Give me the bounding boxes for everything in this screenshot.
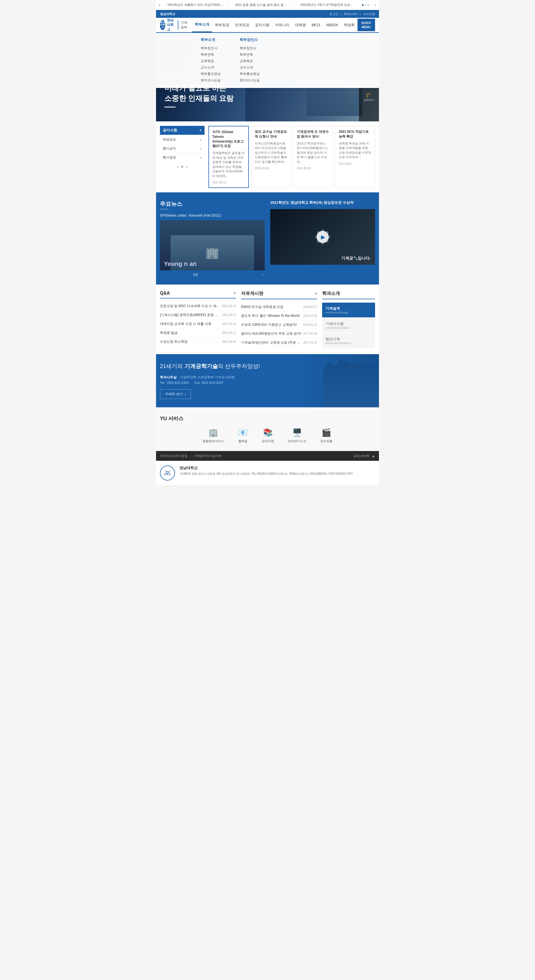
news-card-1-body: 국제협력팀은 글로벌 인재 육성 및 대학의 국제경쟁력 강화를 위하여 잠재력… [212, 151, 245, 178]
util-sitemap[interactable]: 사이트맵 [363, 12, 375, 16]
board-item-4[interactable]: 달마다 416,000원받으며 무료 교육 받자! 2017.05.30 [241, 329, 317, 338]
banner-item-2[interactable]: 2021 공동 융합 신기술 설계 캠프 및 ... [228, 3, 294, 7]
nav-item-grad[interactable]: 대학원 [292, 18, 309, 32]
qa-plus-btn[interactable]: + [233, 291, 236, 296]
qa-item-1-date: 2021.09.15 [222, 305, 236, 308]
qa-item-1[interactable]: 전문교양 및 MSC 타과과목 수강 시 제출서류 2021.09.15 [160, 302, 236, 311]
nav-item-major[interactable]: 학부전공 [212, 18, 232, 32]
qa-item-4-title: 학생증 발급 [160, 331, 220, 335]
banner-item-1[interactable]: 2021학년도 여름학기 (2차 개강)TOEIC.... [163, 3, 228, 7]
nav-item-community[interactable]: 커뮤니티 [272, 18, 292, 32]
footer-privacy[interactable]: 개인정보보처리방침 [160, 454, 187, 458]
news-page: 2/3 [193, 273, 198, 277]
dropdown-col1-item-1[interactable]: 학부장인사 [201, 45, 231, 51]
notice-jobs-plus[interactable]: + [200, 138, 202, 142]
service-mail[interactable]: 📧 웹메일 [238, 428, 248, 443]
video-player[interactable]: ⚙️ ▶ 기계공🔧입니다. [270, 209, 375, 265]
qa-item-2[interactable]: [기계시스템] 공학인증(ABEEK) 운영 중 공... 2021.09.14 [160, 311, 236, 320]
dropdown-col2-item-1[interactable]: 학부장인사 [240, 45, 270, 51]
dropdown-col2-item-6[interactable]: 찾아오시는길 [240, 77, 270, 84]
major-news-title: 주요뉴스 [160, 200, 265, 208]
service-lecture[interactable]: 📚 강의지원 [262, 428, 274, 443]
notice-events-plus[interactable]: + [200, 146, 202, 151]
service-disk[interactable]: 🖥️ 인터넷디스크 [288, 428, 306, 443]
footer-office-label: 학과사무실 [160, 375, 177, 380]
board-item-3[interactable]: 수당과 100%국비 지원받고 교육받자! 2019.02.12 [241, 320, 317, 329]
footer-blue-title-suffix: 의 선두주자양성! [218, 363, 260, 369]
portal-label: 강의포털 [320, 439, 332, 443]
dropdown-col1-item-5[interactable]: 학부홍보영상 [201, 71, 231, 77]
nav-item-bk21[interactable]: BK21 [309, 18, 323, 32]
school-tab-advanced[interactable]: 첨단기계 advanced machinery [322, 333, 375, 348]
board-item-1-date: 2019.09.17 [303, 305, 317, 309]
dropdown-col2-item-4[interactable]: 교수소개 [240, 64, 270, 71]
board-item-5[interactable]: 기계설계/생산관리 교육생 모집 (무료 교육.... 2017.03.13 [241, 338, 317, 347]
hero-title-line2: 소중한 인재들의 요람 [164, 93, 233, 103]
notice-tab-add-btn[interactable]: + [199, 128, 202, 133]
dropdown-col1-item-3[interactable]: 교육목표 [201, 58, 231, 64]
school-tab-design-sub: mechanical design [326, 311, 372, 314]
service-info[interactable]: 🏢 종합정보서비스 [203, 428, 224, 443]
dropdown-col2-item-5[interactable]: 학부홍보영상 [240, 71, 270, 77]
service-portal[interactable]: 🎬 강의포털 [320, 428, 332, 443]
logo-dept: 기계공부 [178, 20, 187, 30]
news-card-2[interactable]: 정모 교수님 기계공과제 신청시 안내 지역신진대학원생지원에서 비교과프로그램… [251, 126, 291, 188]
qa-item-4[interactable]: 학생증 발급 2021.09.11 [160, 329, 236, 337]
util-english[interactable]: ENGLISH [344, 12, 357, 16]
header-logo[interactable]: 영남대학교 영남대학교 기계공부 [160, 18, 187, 32]
news-expand-btn[interactable]: + [262, 272, 265, 277]
notice-next-btn[interactable]: › [186, 165, 187, 169]
news-prev-btn[interactable]: ← [160, 272, 164, 277]
footer-email-reject[interactable]: 이메일무단수집거부 [194, 454, 222, 458]
school-tab-system[interactable]: 기계시스템 mechanical system [322, 318, 375, 333]
prev-banner-btn[interactable]: ‹ [156, 3, 163, 8]
banner-dot-2[interactable] [365, 4, 366, 6]
next-banner-btn[interactable]: › [372, 3, 379, 8]
news-card-1[interactable]: 'GTS' (Global Talents Scholarship) 프로그램(… [208, 126, 249, 188]
banner-item-3[interactable]: 2021학년도 2학기 ICT학점연계 프로... [294, 3, 359, 7]
campus-arrow[interactable]: ▲ [372, 454, 375, 458]
board-item-1[interactable]: EMAS 연구실 대학원생 모집 2019.09.17 [241, 302, 317, 312]
quick-menu-button[interactable]: QUICK MENU [358, 19, 375, 31]
lecture-label: 강의지원 [262, 439, 274, 443]
news-next-btn[interactable]: → [227, 272, 231, 277]
nav-item-abeek[interactable]: ABEEK [323, 18, 341, 32]
footer-blue-title-bold: 기계공학기술 [184, 363, 218, 369]
qa-item-5[interactable]: 수강신청 최소학점 2021.09.09 [160, 337, 236, 346]
video-play-button[interactable]: ▶ [316, 231, 329, 243]
banner-dot-3[interactable] [367, 4, 369, 6]
quick-sidebar-admission[interactable]: 🎓 입학안내 [359, 88, 379, 105]
notice-schedule-plus[interactable]: + [200, 155, 202, 160]
nav-item-liaison[interactable]: 연계전공 [232, 18, 252, 32]
nav-item-notice[interactable]: 공지사항 [252, 18, 272, 32]
footer-detail-btn[interactable]: 자세히 보기 › [160, 389, 191, 399]
banner-dot-1[interactable] [362, 4, 364, 6]
yu-services-title: YU 서비스 [160, 415, 375, 422]
board-item-2[interactable]: 윈도우 투더 월드 'Window To the World' 2019.07.… [241, 312, 317, 320]
dropdown-col1-item-4[interactable]: 교수소개 [201, 64, 231, 71]
dropdown-col1-header: 학부소개 [201, 37, 231, 42]
notice-tab-events[interactable]: 행사공지 + [160, 144, 204, 153]
news-article-title: SPSNews Letter, Volume8 (Fall 2021) [160, 213, 265, 218]
nav-item-student[interactable]: 학생회 [341, 18, 358, 32]
qa-item-3[interactable]: 대체지정 교과목 수강 시 제출 서류 2021.09.13 [160, 320, 236, 329]
util-login[interactable]: 로그인 [329, 12, 339, 16]
qa-item-3-title: 대체지정 교과목 수강 시 제출 서류 [160, 321, 220, 326]
notice-prev-btn[interactable]: ‹ [177, 165, 178, 169]
logo-circle: 영남대학교 [160, 20, 165, 30]
dropdown-col1-item-2[interactable]: 학부연혁 [201, 51, 231, 58]
news-card-4[interactable]: 2021 NCS 직업기초능력 특강 대학원 학생양 과제 지원을 인재개발을 … [335, 126, 375, 188]
notice-tab-jobs[interactable]: 취업정보 + [160, 135, 204, 144]
news-image[interactable]: 🏢 Yeung n an [160, 220, 265, 270]
dropdown-col2-item-3[interactable]: 교육목표 [240, 58, 270, 64]
notice-pause-btn[interactable]: ⏸ [180, 165, 184, 169]
notice-tab-schedule[interactable]: 행사일정 + [160, 153, 204, 162]
nav-item-hakbu[interactable]: 학부소개 [192, 18, 212, 32]
dropdown-col2-item-2[interactable]: 학부연혁 [240, 51, 270, 58]
school-tab-design[interactable]: 기계설계 mechanical design [322, 302, 375, 317]
news-card-3[interactable]: 기계공과제 도 대면수업 등의서 양식 2021-2 학과공지에스 돈다라인(3… [293, 126, 333, 188]
dropdown-col1-item-6[interactable]: 찾아오시는길 [201, 77, 231, 84]
news-card-2-title: 정모 교수님 기계공과제 신청시 안내 [255, 129, 287, 139]
board-plus-btn[interactable]: + [315, 291, 317, 296]
video-section-title: 2021학년도 영남대학교 학부(과) 영상공모전 수상작 [270, 200, 375, 205]
